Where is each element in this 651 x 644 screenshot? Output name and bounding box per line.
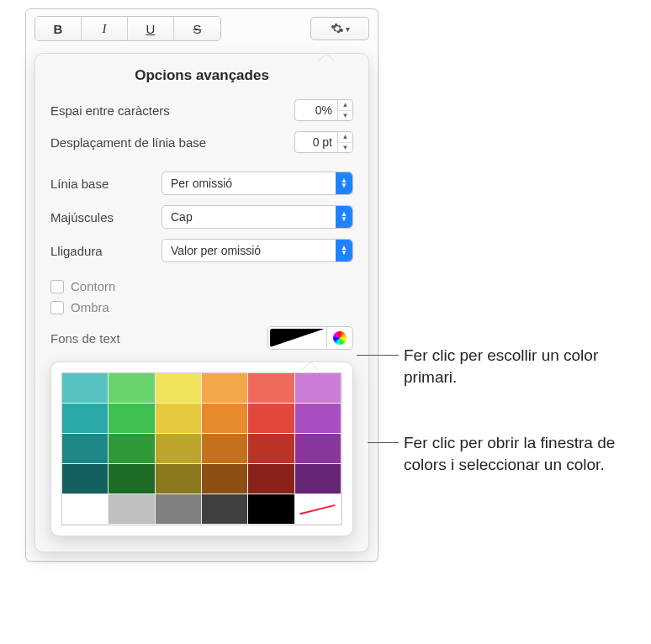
stepper-down-icon[interactable]: ▼ bbox=[338, 143, 352, 153]
color-swatch[interactable] bbox=[62, 404, 108, 434]
color-swatch[interactable] bbox=[108, 404, 155, 434]
callout-primary-color: Fer clic per escollir un color primari. bbox=[404, 345, 639, 388]
advanced-options-popover: Opcions avançades Espai entre caràcters … bbox=[34, 53, 369, 552]
caps-select-value: Cap bbox=[171, 210, 193, 224]
ligature-select-value: Valor per omissió bbox=[171, 244, 261, 257]
color-swatch[interactable] bbox=[295, 464, 341, 494]
color-swatch-popover bbox=[50, 362, 353, 536]
color-swatch[interactable] bbox=[62, 494, 108, 525]
italic-button[interactable]: I bbox=[82, 17, 128, 40]
color-swatch[interactable] bbox=[62, 464, 108, 494]
color-swatch[interactable] bbox=[62, 373, 108, 404]
color-swatch[interactable] bbox=[156, 404, 202, 434]
color-swatch[interactable] bbox=[202, 494, 248, 525]
gear-icon bbox=[331, 22, 344, 35]
outline-checkbox[interactable] bbox=[50, 280, 64, 293]
select-arrows-icon: ▲▼ bbox=[336, 172, 352, 194]
char-spacing-stepper[interactable]: 0% ▲▼ bbox=[294, 99, 353, 121]
strikethrough-button[interactable]: S bbox=[174, 17, 220, 40]
bold-button[interactable]: B bbox=[35, 17, 82, 40]
text-background-controls bbox=[267, 326, 353, 350]
color-swatch[interactable] bbox=[248, 404, 294, 434]
color-swatch[interactable] bbox=[295, 434, 341, 464]
baseline-select[interactable]: Per omissió ▲▼ bbox=[161, 172, 353, 195]
baseline-shift-label: Desplaçament de línia base bbox=[50, 135, 206, 150]
color-swatch[interactable] bbox=[156, 434, 202, 464]
swatch-preview-icon bbox=[270, 329, 325, 347]
shadow-label: Ombra bbox=[71, 300, 109, 314]
baseline-shift-value[interactable]: 0 pt bbox=[295, 135, 337, 149]
color-swatch[interactable] bbox=[248, 464, 294, 494]
color-swatch[interactable] bbox=[295, 404, 341, 434]
stepper-up-icon[interactable]: ▲ bbox=[338, 100, 352, 111]
color-swatch[interactable] bbox=[108, 464, 155, 494]
color-swatch[interactable] bbox=[202, 373, 248, 404]
primary-color-swatch-button[interactable] bbox=[268, 327, 327, 349]
color-swatch[interactable] bbox=[248, 494, 294, 525]
color-wheel-icon bbox=[333, 331, 347, 345]
baseline-shift-stepper[interactable]: 0 pt ▲▼ bbox=[294, 131, 353, 153]
color-swatch[interactable] bbox=[202, 434, 248, 464]
baseline-label: Línia base bbox=[50, 177, 151, 191]
ligature-select[interactable]: Valor per omissió ▲▼ bbox=[161, 239, 353, 262]
color-swatch[interactable] bbox=[248, 434, 294, 464]
char-spacing-value[interactable]: 0% bbox=[295, 103, 337, 117]
shadow-checkbox[interactable] bbox=[50, 301, 64, 314]
color-swatch[interactable] bbox=[202, 464, 248, 494]
color-swatch[interactable] bbox=[202, 404, 248, 434]
chevron-down-icon: ▾ bbox=[346, 24, 350, 34]
color-swatch-grid bbox=[61, 372, 342, 525]
color-swatch[interactable] bbox=[108, 434, 155, 464]
advanced-options-button[interactable]: ▾ bbox=[310, 17, 369, 40]
color-swatch[interactable] bbox=[295, 373, 341, 404]
outline-label: Contorn bbox=[71, 279, 115, 293]
popover-title: Opcions avançades bbox=[50, 67, 353, 84]
style-button-group: B I U S bbox=[34, 16, 221, 41]
callout-color-window: Fer clic per obrir la finestra de colors… bbox=[404, 432, 639, 475]
ligature-label: Lligadura bbox=[50, 244, 151, 258]
text-background-label: Fons de text bbox=[50, 331, 120, 346]
stepper-up-icon[interactable]: ▲ bbox=[338, 132, 352, 143]
open-color-window-button[interactable] bbox=[327, 327, 352, 349]
color-swatch[interactable] bbox=[156, 464, 202, 494]
color-swatch[interactable] bbox=[248, 373, 294, 404]
color-swatch[interactable] bbox=[156, 373, 202, 404]
color-swatch[interactable] bbox=[62, 434, 108, 464]
select-arrows-icon: ▲▼ bbox=[336, 240, 352, 261]
caps-label: Majúscules bbox=[50, 210, 151, 224]
underline-button[interactable]: U bbox=[128, 17, 174, 40]
color-swatch[interactable] bbox=[108, 494, 155, 525]
baseline-select-value: Per omissió bbox=[171, 177, 232, 190]
caps-select[interactable]: Cap ▲▼ bbox=[161, 205, 353, 229]
color-swatch[interactable] bbox=[156, 494, 202, 525]
stepper-down-icon[interactable]: ▼ bbox=[338, 111, 352, 121]
text-style-toolbar: B I U S ▾ bbox=[26, 9, 378, 48]
char-spacing-label: Espai entre caràcters bbox=[50, 103, 170, 118]
select-arrows-icon: ▲▼ bbox=[336, 206, 352, 228]
color-swatch[interactable] bbox=[108, 373, 155, 404]
color-swatch[interactable] bbox=[295, 494, 341, 525]
